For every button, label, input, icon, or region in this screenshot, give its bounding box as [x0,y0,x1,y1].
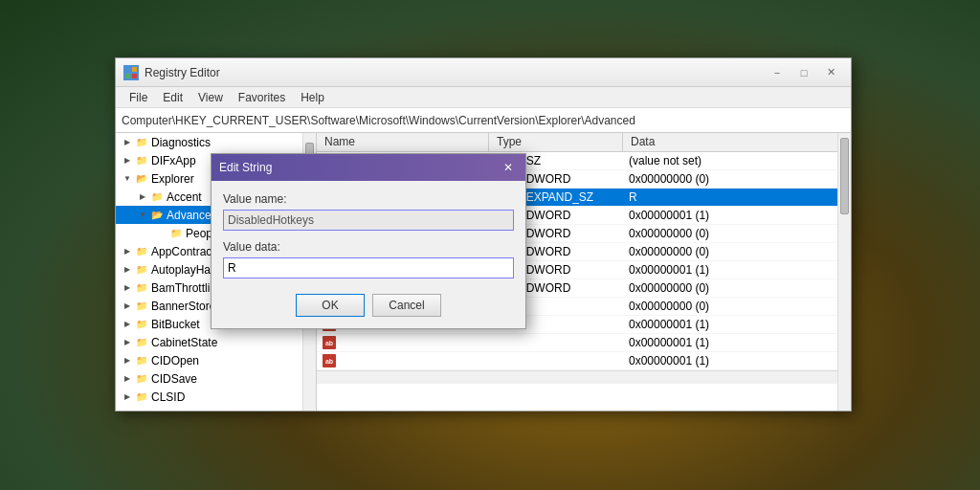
dialog-title-text: Edit String [219,161,499,174]
folder-icon-people: 📁 [169,227,183,240]
svg-rect-0 [125,67,130,72]
address-text: Computer\HKEY_CURRENT_USER\Software\Micr… [122,114,635,127]
value-row-11[interactable]: ab 0x00000001 (1) [317,352,851,370]
folder-icon-appcontract: 📁 [135,245,148,258]
value-name-input[interactable] [223,210,514,231]
title-bar: Registry Editor − □ ✕ [116,58,851,87]
folder-icon-cidsave: 📁 [135,372,148,386]
expander-cidopen[interactable]: ▶ [120,353,135,368]
col-header-data: Data [623,133,851,151]
tree-label-bannerstore: BannerStore [151,300,215,313]
value-row-10[interactable]: ab 0x00000001 (1) [317,334,851,352]
tree-item-clsid[interactable]: ▶ 📁 CLSID [116,388,316,406]
value-data-disablepreviewdesktop: 0x00000001 (1) [623,209,851,222]
window-title: Registry Editor [145,66,765,79]
expander-people[interactable] [154,226,169,241]
value-data-dontprettypath: 0x00000000 (0) [623,227,851,240]
expander-clsid[interactable]: ▶ [120,390,135,405]
expander-autoplay[interactable]: ▶ [120,262,135,278]
dialog-buttons: OK Cancel [212,286,525,328]
value-data-input[interactable] [223,257,514,278]
expander-explorer[interactable]: ▼ [120,171,135,187]
expander-advanced[interactable]: ▼ [135,208,150,223]
values-scrollbar-thumb[interactable] [840,138,849,214]
expander-cabinetstate[interactable]: ▶ [120,335,135,350]
address-bar[interactable]: Computer\HKEY_CURRENT_USER\Software\Micr… [116,108,851,133]
values-hscrollbar[interactable] [317,370,851,384]
minimize-button[interactable]: − [765,63,790,82]
folder-icon-bannerstore: 📁 [135,300,148,313]
menu-view[interactable]: View [190,89,231,106]
value-data-hidden: 0x00000001 (1) [623,263,851,277]
folder-icon-diagnostics: 📁 [135,136,148,149]
dialog-title-bar: Edit String ✕ [212,154,525,181]
folder-icon-bamthrottling: 📁 [135,281,148,295]
dialog-ok-button[interactable]: OK [296,294,365,317]
tree-label-explorer: Explorer [151,172,194,186]
tree-label-difxapp: DIFxApp [151,154,196,167]
menu-file[interactable]: File [122,89,155,106]
expander-bamthrottling[interactable]: ▶ [120,280,135,296]
folder-icon-accent: 📁 [150,190,164,204]
folder-icon-clsid: 📁 [135,390,148,404]
value-data-hidefileext: 0x00000000 (0) [623,281,851,295]
tree-label-diagnostics: Diagnostics [151,136,211,149]
dialog-body: Value name: Value data: [212,181,525,286]
value-name-10: ab [317,336,489,349]
expander-difxapp[interactable]: ▶ [120,153,135,168]
tree-label-appcontract: AppContract [151,245,215,258]
folder-icon-advanced: 📂 [150,209,164,222]
tree-item-cidsave[interactable]: ▶ 📁 CIDSave [116,369,316,388]
value-data-9: 0x00000001 (1) [623,318,851,331]
expander-accent[interactable]: ▶ [135,189,150,205]
tree-label-cidopen: CIDOpen [151,354,199,368]
value-data-disabledhotkeys: R [623,190,851,204]
edit-string-dialog[interactable]: Edit String ✕ Value name: Value data: OK… [211,153,526,329]
expander-diagnostics[interactable]: ▶ [120,135,135,150]
window-controls: − □ ✕ [765,63,843,82]
tree-item-cabinetstate[interactable]: ▶ 📁 CabinetState [116,333,316,351]
svg-rect-2 [125,74,130,78]
value-data-autocheckselect: 0x00000000 (0) [623,172,851,186]
menu-bar: File Edit View Favorites Help [116,87,851,108]
value-data-8: 0x00000000 (0) [623,300,851,313]
values-vscrollbar[interactable] [837,133,851,411]
close-button[interactable]: ✕ [818,63,843,82]
value-data-filter: 0x00000000 (0) [623,245,851,258]
folder-icon-cidopen: 📁 [135,354,148,368]
value-data-default: (value not set) [623,154,851,167]
col-header-type: Type [489,133,623,151]
menu-help[interactable]: Help [293,89,332,106]
folder-icon-explorer: 📂 [135,172,148,186]
svg-rect-3 [132,74,137,78]
tree-label-cidsave: CIDSave [151,372,197,386]
menu-edit[interactable]: Edit [155,89,190,106]
icon-dword-11: ab [323,354,336,368]
value-data-10: 0x00000001 (1) [623,336,851,349]
value-data-11: 0x00000001 (1) [623,354,851,368]
expander-appcontract[interactable]: ▶ [120,244,135,259]
tree-item-cidopen[interactable]: ▶ 📁 CIDOpen [116,351,316,369]
value-name-label: Value name: [223,192,514,206]
expander-cidsave[interactable]: ▶ [120,371,135,387]
tree-item-comdlg32[interactable]: ▶ 📁 ComDlg32 [116,406,316,411]
folder-icon-comdlg32: 📁 [135,409,148,412]
menu-favorites[interactable]: Favorites [231,89,293,106]
col-header-name: Name [317,133,489,151]
dialog-close-button[interactable]: ✕ [499,159,518,176]
dialog-cancel-button[interactable]: Cancel [372,294,441,317]
tree-label-cabinetstate: CabinetState [151,336,217,349]
icon-dword-10: ab [323,336,336,349]
maximize-button[interactable]: □ [791,63,816,82]
values-header: Name Type Data [317,133,851,152]
app-icon [123,65,139,80]
tree-label-clsid: CLSID [151,390,185,404]
expander-bannerstore[interactable]: ▶ [120,299,135,314]
expander-bitbucket[interactable]: ▶ [120,317,135,332]
folder-icon-autoplay: 📁 [135,263,148,277]
expander-comdlg32[interactable]: ▶ [120,408,135,412]
svg-rect-1 [132,67,137,72]
folder-icon-difxapp: 📁 [135,154,148,167]
tree-item-diagnostics[interactable]: ▶ 📁 Diagnostics [116,133,316,151]
tree-label-bitbucket: BitBucket [151,318,200,331]
